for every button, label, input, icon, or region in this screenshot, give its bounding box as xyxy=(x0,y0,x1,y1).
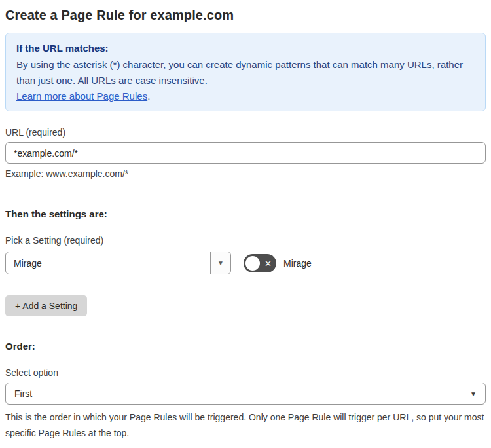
add-setting-button[interactable]: + Add a Setting xyxy=(5,295,87,316)
divider xyxy=(5,327,486,327)
toggle-off-x-icon: ✕ xyxy=(264,259,272,267)
info-box-heading: If the URL matches: xyxy=(16,41,475,56)
setting-dropdown-arrow-button[interactable]: ▼ xyxy=(210,252,230,274)
order-select[interactable]: First ▼ xyxy=(5,383,486,405)
link-suffix: . xyxy=(147,90,150,102)
order-select-label: Select option xyxy=(5,367,486,378)
divider xyxy=(5,195,486,195)
chevron-down-icon: ▼ xyxy=(470,390,477,398)
url-field-label: URL (required) xyxy=(5,127,486,138)
toggle-knob xyxy=(245,256,260,271)
order-help-text: This is the order in which your Page Rul… xyxy=(5,409,486,441)
toggle-label: Mirage xyxy=(283,258,312,269)
learn-more-link[interactable]: Learn more about Page Rules xyxy=(16,90,147,102)
url-input[interactable] xyxy=(5,142,486,164)
setting-picker-label: Pick a Setting (required) xyxy=(5,235,486,246)
mirage-toggle[interactable]: ✕ xyxy=(244,254,276,272)
info-box-link-line: Learn more about Page Rules. xyxy=(16,88,475,104)
settings-section-heading: Then the settings are: xyxy=(5,208,486,219)
order-select-value: First xyxy=(14,388,32,399)
setting-dropdown[interactable]: Mirage ▼ xyxy=(5,252,231,274)
page-title: Create a Page Rule for example.com xyxy=(5,7,486,24)
url-example-text: Example: www.example.com/* xyxy=(5,168,486,179)
info-box-body: By using the asterisk (*) character, you… xyxy=(16,57,468,88)
url-match-info-box: If the URL matches: By using the asteris… xyxy=(5,33,486,111)
chevron-down-icon: ▼ xyxy=(217,259,224,267)
order-section-heading: Order: xyxy=(5,341,486,352)
setting-dropdown-value: Mirage xyxy=(6,252,210,274)
setting-row: Mirage ▼ ✕ Mirage xyxy=(5,252,486,274)
